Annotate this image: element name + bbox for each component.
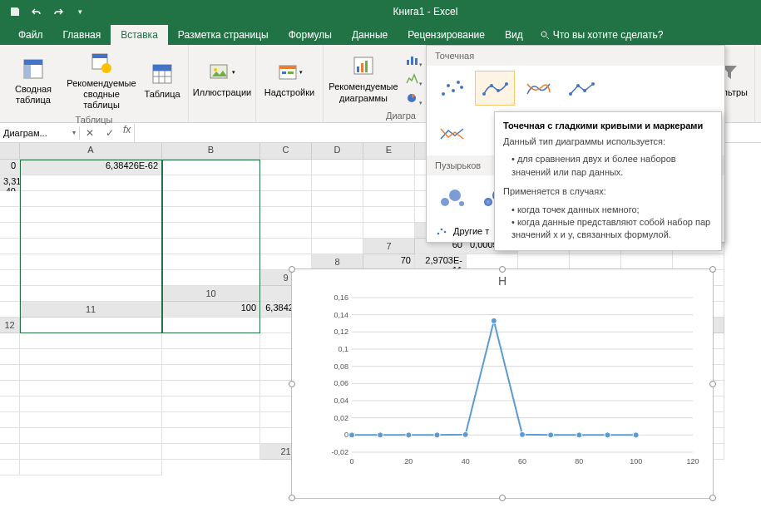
qat-customize[interactable]: ▾ [70,2,90,22]
cell-blank[interactable] [260,207,312,223]
col-header-E[interactable]: E [363,143,415,160]
chart-plot-area[interactable]: -0,0200,020,040,060,080,10,120,140,16020… [324,294,699,469]
tab-insert[interactable]: Вставка [111,25,168,45]
cancel-formula-button[interactable]: ✕ [80,124,100,142]
cell-blank[interactable] [20,444,162,460]
scatter-lines-markers-option[interactable] [561,71,601,106]
cell-blank[interactable] [312,207,363,223]
cell-blank[interactable] [20,397,162,412]
cell-blank[interactable] [20,223,162,239]
cell-blank[interactable] [0,223,20,239]
recommended-charts-button[interactable]: Рекомендуемые диаграммы [329,52,398,105]
cell-blank[interactable] [20,365,162,381]
cell-blank[interactable] [162,365,260,381]
cell-blank[interactable] [0,381,20,397]
fx-icon[interactable]: fx [120,124,134,142]
cell-blank[interactable] [260,175,312,191]
cell-A13[interactable] [0,333,20,349]
scatter-smooth-option[interactable] [518,71,558,106]
cell-blank[interactable] [260,223,312,239]
cell-blank[interactable] [20,286,162,302]
addins-button[interactable]: ▾ Надстройки [261,57,318,100]
cell-blank[interactable] [0,207,20,223]
cell-blank[interactable] [0,444,20,460]
cell-blank[interactable] [363,223,415,239]
cell-blank[interactable] [162,160,260,175]
tab-review[interactable]: Рецензирование [398,25,495,45]
cell-B13[interactable] [20,333,162,349]
confirm-formula-button[interactable]: ✓ [100,124,120,142]
cell-blank[interactable] [0,460,20,475]
cell-B14[interactable] [0,349,20,365]
cell-blank[interactable] [363,175,415,191]
cell-blank[interactable] [260,239,312,254]
cell-blank[interactable] [20,239,162,254]
cell-blank[interactable] [0,239,20,254]
cell-blank[interactable] [162,191,260,207]
cell-blank[interactable] [162,412,260,428]
cell-B1[interactable]: 6,38426E-62 [20,160,162,175]
cell-blank[interactable] [20,191,162,207]
cell-blank[interactable] [20,270,162,286]
scatter-lines-option[interactable] [432,116,472,150]
tab-layout[interactable]: Разметка страницы [168,25,279,45]
select-all-corner[interactable] [0,143,20,160]
row-header-10[interactable]: 10 [162,286,260,302]
chart-title[interactable]: Н [292,269,713,293]
cell-blank[interactable] [20,207,162,223]
tab-home[interactable]: Главная [53,25,111,45]
cell-blank[interactable] [162,270,260,286]
save-button[interactable] [5,2,25,22]
cell-blank[interactable] [162,223,260,239]
tab-file[interactable]: Файл [8,25,53,45]
bubble-option[interactable] [432,180,472,215]
cell-blank[interactable] [0,397,20,412]
name-box[interactable]: Диаграм...▾ [0,126,80,140]
cell-blank[interactable] [312,160,363,175]
cell-blank[interactable] [20,412,162,428]
scatter-smooth-markers-option[interactable] [475,71,515,106]
illustrations-button[interactable]: ▾ Иллюстрации [194,57,250,100]
tell-me-search[interactable]: Что вы хотите сделать? [533,25,670,45]
cell-blank[interactable] [162,254,260,270]
cell-blank[interactable] [0,254,20,270]
pivot-table-button[interactable]: Сводная таблица [5,54,62,107]
cell-blank[interactable] [20,381,162,397]
cell-blank[interactable] [162,207,260,223]
cell-blank[interactable] [0,428,20,444]
cell-blank[interactable] [0,286,20,302]
cell-blank[interactable] [20,175,162,191]
cell-blank[interactable] [260,160,312,175]
pie-chart-button[interactable] [402,89,423,107]
cell-blank[interactable] [0,191,20,207]
cell-blank[interactable] [162,349,260,365]
col-header-D[interactable]: D [312,143,363,160]
undo-button[interactable] [27,2,47,22]
cell-blank[interactable] [0,270,20,286]
recommended-pivot-button[interactable]: Рекомендуемые сводные таблицы [65,48,138,113]
cell-blank[interactable] [363,207,415,223]
row-header-12[interactable]: 12 [0,318,20,333]
col-header-B[interactable]: B [162,143,260,160]
cell-B2[interactable]: 3,31005E-40 [0,175,20,191]
tab-formulas[interactable]: Формулы [279,25,342,45]
cell-blank[interactable] [312,175,363,191]
cell-A1[interactable]: 0 [0,160,20,175]
table-button[interactable]: Таблица [141,59,183,101]
cell-blank[interactable] [312,191,363,207]
cell-blank[interactable] [20,460,162,475]
embedded-chart[interactable]: Н -0,0200,020,040,060,080,10,120,140,160… [291,268,714,499]
scatter-points-option[interactable] [432,71,472,106]
cell-blank[interactable] [260,191,312,207]
tab-data[interactable]: Данные [342,25,398,45]
cell-blank[interactable] [162,428,260,444]
cell-blank[interactable] [312,239,363,254]
cell-blank[interactable] [162,239,260,254]
cell-A11[interactable]: 100 [162,302,260,318]
cell-blank[interactable] [363,191,415,207]
cell-blank[interactable] [363,160,415,175]
row-header-7[interactable]: 7 [363,239,415,254]
cell-blank[interactable] [162,397,260,412]
cell-blank[interactable] [0,302,20,318]
tab-view[interactable]: Вид [495,25,533,45]
